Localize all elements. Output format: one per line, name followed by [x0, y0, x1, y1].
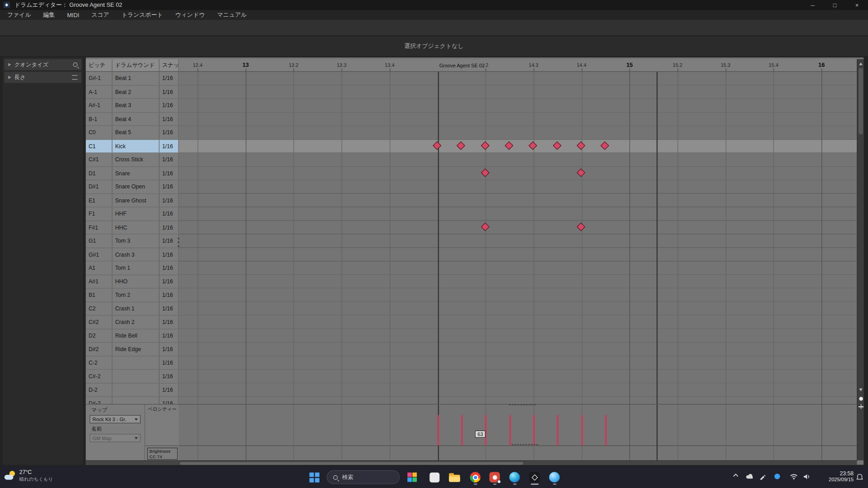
scrollbar-thumb[interactable] [859, 68, 863, 134]
drum-row[interactable]: B1Tom 21/16 [86, 288, 179, 302]
wifi-icon[interactable] [789, 474, 798, 479]
velocity-bar[interactable] [557, 415, 559, 446]
drum-row[interactable]: A#1HHO1/16 [86, 275, 179, 288]
taskbar-search[interactable]: 検索 [326, 470, 400, 484]
scroll-up-icon[interactable] [859, 62, 862, 65]
drum-row[interactable]: D-21/16 [86, 383, 179, 397]
drum-row[interactable]: D2Ride Bell1/16 [86, 329, 179, 343]
drum-row[interactable]: G#1Crash 31/16 [86, 248, 179, 262]
drum-map-select[interactable]: Rock Kit 3 - Gr. [90, 415, 141, 423]
drum-row[interactable]: C0Beat 51/16 [86, 126, 179, 140]
drum-row[interactable]: E1Snare Ghost1/16 [86, 194, 179, 207]
header-pitch[interactable]: ピッチ [86, 59, 113, 71]
drum-note[interactable] [577, 223, 585, 231]
menu-item[interactable]: 編集 [37, 10, 61, 20]
drum-row[interactable]: A1Tom 11/16 [86, 262, 179, 275]
drum-sound-label: Beat 3 [113, 99, 160, 112]
timeline-ruler[interactable]: 12.41313.213.313.4. 214.314.41515.215.31… [179, 59, 857, 72]
section-length[interactable]: 長さ [5, 72, 81, 83]
lane-resize-dashes[interactable] [509, 404, 536, 405]
grid-line [245, 72, 246, 404]
drum-row[interactable]: G1Tom 31/16 [86, 235, 179, 248]
snap-value: 1/16 [160, 343, 179, 356]
horizontal-scrollbar[interactable] [86, 460, 857, 465]
drum-row[interactable]: C#2Crash 21/16 [86, 315, 179, 329]
minimize-button[interactable]: ─ [802, 0, 824, 10]
scroll-down-icon[interactable] [859, 389, 862, 391]
length-settings-icon[interactable] [72, 75, 77, 80]
chevron-right-icon [8, 76, 11, 79]
file-explorer-icon[interactable] [447, 470, 462, 485]
menu-item[interactable]: ウィンドウ [169, 10, 211, 20]
menu-item[interactable]: スコア [85, 10, 115, 20]
grid-line [774, 72, 774, 404]
velocity-bar[interactable] [605, 415, 607, 446]
drum-row[interactable]: A-1Beat 21/16 [86, 85, 179, 99]
lane-resize-dashes[interactable] [511, 444, 538, 445]
drum-note[interactable] [481, 169, 489, 177]
browser-icon[interactable] [547, 470, 562, 485]
onedrive-icon[interactable] [745, 474, 754, 479]
close-button[interactable]: × [846, 0, 868, 10]
drum-row[interactable]: D#2Ride Edge1/16 [86, 343, 179, 356]
velocity-bar[interactable] [533, 415, 535, 446]
widgets-icon[interactable] [405, 470, 420, 485]
zoom-slider-handle[interactable] [859, 397, 863, 401]
velocity-bar[interactable] [437, 415, 439, 446]
weather-widget[interactable]: 27°C 晴れのちくもり [5, 469, 53, 483]
drum-row[interactable]: D#-21/16 [86, 397, 179, 404]
note-grid[interactable] [179, 72, 857, 404]
cc74-lane-selector[interactable]: Brightness CC 74 [147, 448, 178, 460]
drum-note[interactable] [481, 223, 489, 231]
drum-row[interactable]: G#-1Beat 11/16 [86, 72, 179, 85]
velocity-bar[interactable] [581, 415, 583, 446]
menu-item[interactable]: マニュアル [211, 10, 253, 20]
lane-divider[interactable] [179, 446, 857, 446]
clock-time: 23:58 [821, 470, 854, 477]
drum-row[interactable]: F#1HHC1/16 [86, 221, 179, 235]
drum-row[interactable]: C#-21/16 [86, 370, 179, 383]
pitch-label: E1 [86, 194, 113, 207]
taskbar-clock[interactable]: 23:58 2025/09/15 [821, 470, 854, 483]
pen-icon[interactable] [759, 474, 766, 480]
drum-row[interactable]: D#1Snare Open1/16 [86, 180, 179, 194]
chrome-icon[interactable] [468, 470, 483, 485]
drum-row[interactable]: C-21/16 [86, 356, 179, 370]
header-drumsound[interactable]: ドラムサウンド [113, 59, 160, 71]
maximize-button[interactable]: □ [824, 0, 846, 10]
drum-row[interactable]: D1Snare1/16 [86, 167, 179, 180]
name-select[interactable]: GM Map [90, 434, 141, 442]
start-button[interactable] [308, 471, 321, 484]
drum-row[interactable]: C1Kick1/16 [86, 140, 179, 153]
controller-lanes[interactable]: 63 [179, 404, 857, 460]
divider-grip[interactable] [177, 235, 180, 250]
menu-item[interactable]: ファイル [1, 10, 37, 20]
menu-item[interactable]: MIDI [61, 10, 85, 20]
drum-row[interactable]: F1HHF1/16 [86, 207, 179, 221]
drum-sound-label: Tom 2 [113, 288, 160, 301]
volume-icon[interactable] [803, 474, 811, 479]
app-window-icon[interactable] [427, 470, 442, 485]
grid-line [486, 72, 486, 404]
scrollbar-thumb[interactable] [180, 462, 523, 465]
header-snap[interactable]: スナップ [160, 59, 179, 71]
velocity-bar[interactable] [461, 415, 463, 446]
drum-row[interactable]: C#1Cross Stick1/16 [86, 153, 179, 167]
vertical-scrollbar[interactable] [857, 59, 864, 460]
drum-row[interactable]: A#-1Beat 31/16 [86, 99, 179, 113]
edge-icon[interactable] [507, 470, 522, 485]
cubase-icon[interactable] [527, 470, 542, 485]
tray-chevron-icon[interactable] [732, 474, 740, 477]
drum-note[interactable] [577, 169, 585, 177]
music-app-icon[interactable] [487, 470, 502, 485]
drum-row[interactable]: B-1Beat 41/16 [86, 113, 179, 126]
drum-row[interactable]: C2Crash 11/16 [86, 302, 179, 315]
section-quantize[interactable]: クオンタイズ [5, 59, 81, 70]
notification-bell-icon[interactable] [856, 474, 863, 480]
velocity-bar[interactable] [509, 415, 511, 446]
menu-item[interactable]: トランスポート [115, 10, 169, 20]
bluetooth-app-icon[interactable] [774, 474, 781, 479]
search-icon[interactable] [73, 62, 78, 67]
lane-divider[interactable] [145, 446, 179, 446]
zoom-in-icon[interactable] [859, 404, 863, 409]
